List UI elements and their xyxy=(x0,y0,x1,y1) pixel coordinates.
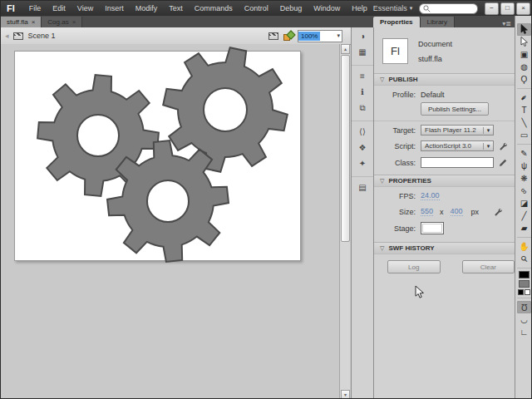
maximize-button[interactable]: □ xyxy=(500,2,515,15)
tab-close-icon[interactable]: × xyxy=(32,18,36,26)
scene-name[interactable]: Scene 1 xyxy=(28,32,56,40)
size-separator: x xyxy=(440,208,444,216)
snap-to-objects-toggle[interactable]: Ω xyxy=(517,301,531,313)
align-panel-icon[interactable]: ≡ xyxy=(355,69,371,83)
swf-history-section-header[interactable]: ▽ SWF HISTORY xyxy=(374,242,515,254)
document-name[interactable]: stuff.fla xyxy=(418,55,452,63)
document-type-label: Document xyxy=(418,40,452,48)
code-snippets-panel-icon[interactable]: ⟨⟩ xyxy=(355,125,371,139)
info-panel-icon[interactable]: ℹ xyxy=(355,85,371,99)
menu-edit[interactable]: Edit xyxy=(47,1,71,16)
pencil-tool[interactable]: ✎ xyxy=(517,147,531,160)
color-panel-icon[interactable]: ◑ xyxy=(355,29,371,43)
eyedropper-tool-icon: ╱ xyxy=(521,211,526,220)
publish-settings-button[interactable]: Publish Settings... xyxy=(421,102,489,116)
minimize-button[interactable]: − xyxy=(485,2,499,15)
tab-library[interactable]: Library xyxy=(421,17,455,27)
edit-scene-icon[interactable] xyxy=(268,32,278,40)
menu-modify[interactable]: Modify xyxy=(130,1,164,16)
eyedropper-tool[interactable]: ╱ xyxy=(517,209,531,222)
chevron-down-icon[interactable]: ▾ xyxy=(337,32,342,39)
gears-artwork[interactable] xyxy=(1,44,339,399)
panel-dock-icons: ◑▦≡ℹ⧉⟨⟩❖✦▤ xyxy=(351,27,373,399)
bone-tool[interactable]: ∞ xyxy=(517,185,531,197)
script-dropdown[interactable]: ActionScript 3.0 ▾ xyxy=(421,140,494,151)
menu-debug[interactable]: Debug xyxy=(274,1,308,16)
back-arrow-icon[interactable]: ◂ xyxy=(5,32,9,40)
pencil-edit-icon[interactable] xyxy=(499,159,507,167)
properties-section-header[interactable]: ▽ PROPERTIES xyxy=(374,175,515,187)
panel-menu-icon[interactable]: ▾≣ xyxy=(502,20,515,27)
menu-view[interactable]: View xyxy=(71,1,99,16)
swf-log-button[interactable]: Log xyxy=(387,260,441,273)
behaviors-panel-icon[interactable]: ▤ xyxy=(355,180,371,195)
free-transform-tool[interactable]: ▣ xyxy=(517,48,531,61)
pen-tool[interactable]: ✒ xyxy=(517,91,531,104)
menu-control[interactable]: Control xyxy=(239,1,274,16)
tool-group-divider xyxy=(517,298,531,298)
stage-width-value[interactable]: 550 xyxy=(421,207,433,216)
gear-shape-3[interactable] xyxy=(107,140,229,262)
scroll-down-button[interactable]: ▾ xyxy=(341,390,350,399)
3d-rotation-tool[interactable]: ◍ xyxy=(517,61,531,73)
rectangle-tool[interactable]: ▭ xyxy=(517,129,531,141)
publish-section-header[interactable]: ▽ PUBLISH xyxy=(374,73,515,86)
tab-properties[interactable]: Properties xyxy=(373,17,421,27)
menu-help[interactable]: Help xyxy=(346,1,373,16)
stage-color-swatch[interactable] xyxy=(421,222,444,234)
workspace-switcher[interactable]: Essentials ▾ xyxy=(373,4,413,12)
menu-file[interactable]: File xyxy=(23,1,47,16)
vertical-scrollbar[interactable]: ▴ ▾ xyxy=(339,44,350,399)
line-tool[interactable]: ╲ xyxy=(517,116,531,129)
components-panel-icon[interactable]: ❖ xyxy=(355,140,371,155)
pen-tool-icon: ✒ xyxy=(519,92,530,104)
stroke-color-swatch[interactable] xyxy=(519,271,530,278)
target-dropdown[interactable]: Flash Player 11.2 ▾ xyxy=(421,125,494,135)
scroll-up-button[interactable]: ▴ xyxy=(341,44,350,54)
wrench-icon[interactable] xyxy=(499,142,507,150)
hand-tool[interactable]: ✋ xyxy=(517,240,531,253)
deco-tool[interactable]: ❋ xyxy=(517,172,531,185)
selection-tool[interactable] xyxy=(517,23,531,36)
menu-commands[interactable]: Commands xyxy=(189,1,239,16)
brush-tool[interactable]: ψ xyxy=(517,160,531,172)
fill-color-swatch[interactable] xyxy=(519,280,530,288)
tab-stuff-fla[interactable]: stuff.fla × xyxy=(1,17,42,27)
chevron-down-icon: ▾ xyxy=(483,143,493,150)
menu-insert[interactable]: Insert xyxy=(99,1,130,16)
zoom-tool[interactable]: ⚲ xyxy=(517,253,531,265)
canvas-pasteboard[interactable] xyxy=(1,44,339,399)
menu-text[interactable]: Text xyxy=(163,1,189,16)
menu-window[interactable]: Window xyxy=(308,1,346,16)
text-tool[interactable]: T xyxy=(517,104,531,116)
close-button[interactable]: × xyxy=(516,2,530,15)
fps-value[interactable]: 24.00 xyxy=(421,191,440,200)
app-logo: Fl xyxy=(7,3,15,13)
mouse-cursor xyxy=(415,285,425,299)
search-input[interactable] xyxy=(419,3,478,14)
swap-colors-button[interactable] xyxy=(525,289,530,295)
hand-tool-icon: ✋ xyxy=(519,242,529,251)
edit-symbols-icon[interactable] xyxy=(283,32,293,40)
class-input[interactable] xyxy=(421,157,494,168)
wrench-icon[interactable] xyxy=(494,208,502,216)
stage-zoom-value[interactable]: 100% xyxy=(298,32,320,41)
profile-label: Profile: xyxy=(374,91,416,99)
gear-shape-2[interactable] xyxy=(163,47,288,172)
transform-panel-icon[interactable]: ⧉ xyxy=(355,101,371,115)
swatches-panel-icon[interactable]: ▦ xyxy=(355,45,371,59)
lasso-tool[interactable]: Ϙ xyxy=(517,73,531,86)
straighten-option[interactable]: ∟ xyxy=(517,326,531,338)
eraser-tool[interactable]: ▰ xyxy=(517,222,531,234)
stage-zoom-control[interactable]: 100% ▾ xyxy=(298,30,342,42)
tab-close-icon[interactable]: × xyxy=(72,18,76,26)
tab-cog-as[interactable]: Cog.as × xyxy=(42,17,82,27)
subselection-tool[interactable] xyxy=(517,36,531,48)
paint-bucket-tool[interactable]: ◪ xyxy=(517,197,531,209)
swf-clear-button[interactable]: Clear xyxy=(462,260,515,273)
motion-presets-panel-icon[interactable]: ✦ xyxy=(355,156,371,170)
scrollbar-thumb[interactable] xyxy=(341,55,350,242)
stage-height-value[interactable]: 400 xyxy=(451,207,463,216)
smooth-option[interactable]: ◡ xyxy=(517,313,531,326)
default-colors-button[interactable] xyxy=(518,289,524,295)
